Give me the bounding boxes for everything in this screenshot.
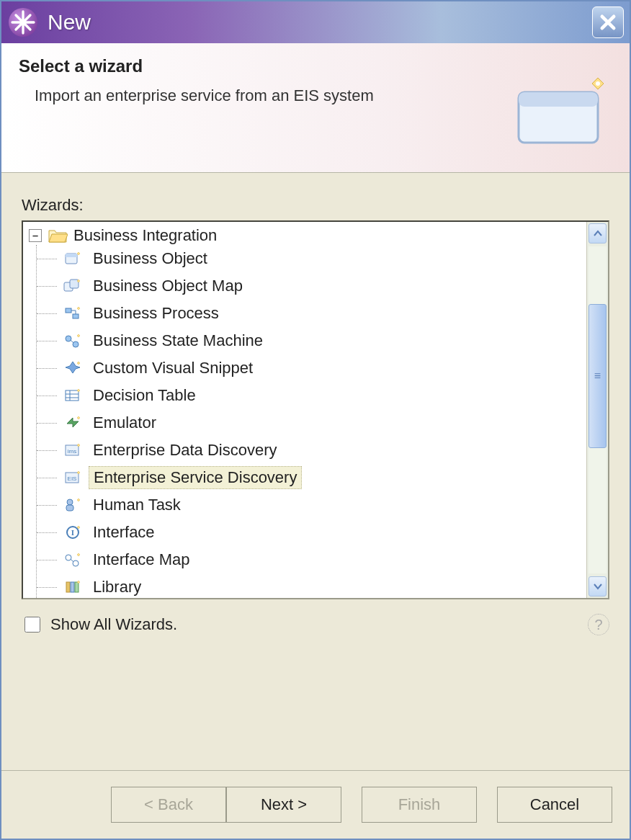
new-wizard-dialog: New Select a wizard Import an enterprise… [0, 0, 631, 840]
svg-point-2 [596, 81, 600, 86]
wizard-banner: Select a wizard Import an enterprise ser… [1, 43, 630, 173]
tree-children: Business ObjectBusiness Object MapBusine… [36, 245, 583, 598]
enterprise-service-discovery-icon: EIS [63, 468, 83, 487]
tree-item-label: Enterprise Service Discovery [89, 466, 302, 489]
svg-rect-4 [66, 254, 77, 257]
show-all-row: Show All Wizards. ? [22, 614, 609, 635]
svg-point-23 [66, 555, 71, 560]
svg-rect-26 [71, 582, 74, 592]
next-button[interactable]: Next > [226, 787, 341, 823]
folder-open-icon [48, 228, 68, 243]
tree-item-label: Enterprise Data Discovery [89, 439, 282, 461]
help-icon[interactable]: ? [588, 614, 609, 635]
scroll-thumb[interactable] [589, 304, 607, 448]
tree-item-enterprise-data-discovery[interactable]: imsEnterprise Data Discovery [37, 437, 583, 464]
svg-rect-1 [519, 92, 598, 107]
tree-item-label: Interface Map [89, 549, 194, 571]
tree-item-label: Custom Visual Snippet [89, 357, 257, 379]
chevron-up-icon [593, 230, 603, 237]
button-bar: < Back Next > Finish Cancel [1, 770, 630, 839]
tree-item-business-object[interactable]: Business Object [37, 245, 583, 272]
banner-graphic-icon [504, 63, 612, 157]
svg-rect-27 [75, 582, 79, 592]
titlebar[interactable]: New [1, 1, 630, 43]
tree-item-label: Business Object [89, 248, 212, 269]
tree-item-human-task[interactable]: Human Task [37, 491, 583, 519]
scroll-track[interactable] [589, 246, 607, 573]
svg-point-24 [73, 560, 79, 566]
svg-rect-11 [66, 390, 79, 401]
close-button[interactable] [592, 6, 624, 38]
svg-rect-25 [66, 582, 70, 592]
decision-table-icon [63, 386, 83, 405]
svg-text:I: I [71, 528, 74, 537]
tree-item-label: Business State Machine [89, 330, 267, 352]
svg-rect-8 [73, 314, 79, 318]
wizard-tree[interactable]: − Business Integration Business ObjectBu… [23, 222, 586, 598]
back-button[interactable]: < Back [111, 787, 226, 823]
tree-label: Wizards: [22, 196, 609, 215]
interface-map-icon [63, 550, 83, 569]
tree-item-label: Decision Table [89, 385, 200, 406]
tree-item-business-state-machine[interactable]: Business State Machine [37, 327, 583, 354]
tree-item-label: Business Process [89, 303, 223, 324]
business-object-map-icon [63, 277, 83, 295]
wizard-tree-container: − Business Integration Business ObjectBu… [22, 220, 609, 599]
tree-item-label: Human Task [89, 494, 185, 516]
tree-item-library[interactable]: Library [37, 573, 583, 598]
vertical-scrollbar[interactable] [586, 222, 608, 598]
tree-root-business-integration[interactable]: − Business Integration [26, 226, 583, 245]
app-icon [9, 8, 37, 37]
expand-toggle[interactable]: − [29, 229, 42, 242]
tree-item-label: Interface [89, 522, 159, 543]
close-icon [598, 12, 618, 32]
tree-item-enterprise-service-discovery[interactable]: EISEnterprise Service Discovery [37, 464, 583, 491]
custom-visual-snippet-icon [63, 359, 83, 377]
tree-item-business-process[interactable]: Business Process [37, 300, 583, 327]
tree-item-interface-map[interactable]: Interface Map [37, 546, 583, 573]
scroll-down-button[interactable] [589, 576, 607, 597]
tree-item-custom-visual-snippet[interactable]: Custom Visual Snippet [37, 354, 583, 382]
tree-item-interface[interactable]: IInterface [37, 519, 583, 546]
interface-icon: I [63, 523, 83, 542]
tree-root-label: Business Integration [73, 226, 217, 245]
tree-item-business-object-map[interactable]: Business Object Map [37, 272, 583, 300]
tree-item-label: Emulator [89, 412, 161, 434]
cancel-button[interactable]: Cancel [497, 787, 612, 823]
svg-text:EIS: EIS [68, 475, 77, 482]
tree-item-decision-table[interactable]: Decision Table [37, 382, 583, 409]
dialog-content: Wizards: − Business Integration Business… [1, 173, 630, 770]
human-task-icon [63, 496, 83, 514]
business-object-icon [63, 249, 83, 268]
svg-point-10 [73, 341, 79, 347]
library-icon [63, 578, 83, 597]
svg-point-19 [67, 499, 73, 505]
svg-rect-20 [66, 505, 73, 511]
tree-item-label: Business Object Map [89, 275, 247, 297]
svg-point-9 [66, 336, 71, 341]
finish-button[interactable]: Finish [362, 787, 477, 823]
svg-text:ims: ims [68, 448, 76, 455]
window-title: New [48, 10, 592, 35]
show-all-checkbox[interactable] [24, 617, 40, 633]
chevron-down-icon [593, 583, 603, 590]
svg-rect-7 [66, 308, 71, 313]
tree-item-emulator[interactable]: Emulator [37, 409, 583, 437]
enterprise-data-discovery-icon: ims [63, 441, 83, 460]
scroll-up-button[interactable] [589, 223, 607, 243]
business-process-icon [63, 304, 83, 323]
show-all-label[interactable]: Show All Wizards. [50, 615, 177, 634]
tree-item-label: Library [89, 576, 146, 598]
business-state-machine-icon [63, 331, 83, 350]
emulator-icon [63, 414, 83, 432]
